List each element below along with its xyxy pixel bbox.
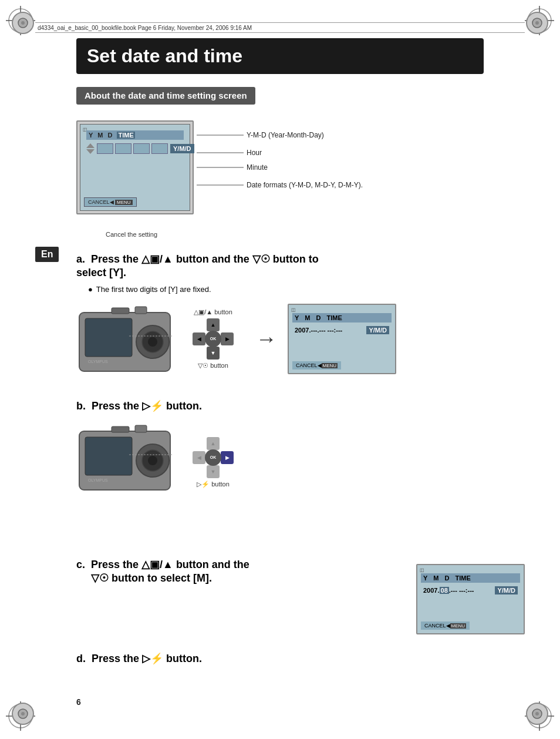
step-c-title: c. Press the △▣/▲ button and the ▽☉ butt…: [76, 558, 335, 586]
button-diagram-a: △▣/▲ button ▲ ◀ OK ▶ ▼ ▽☉ button: [193, 308, 234, 370]
svg-text:Y-M-D (Year-Month-Day): Y-M-D (Year-Month-Day): [247, 131, 324, 139]
svg-text:Hour: Hour: [247, 149, 262, 157]
svg-rect-41: [112, 308, 129, 314]
btn-right-label-b: ▷⚡ button: [197, 481, 230, 488]
step-a-note: The first two digits of [Y] are fixed.: [88, 285, 525, 294]
step-b-title: b. Press the ▷⚡ button.: [76, 399, 245, 412]
svg-text:OLYMPUS: OLYMPUS: [88, 478, 108, 482]
btn-right-b: ▶: [221, 451, 234, 464]
svg-rect-46: [85, 437, 132, 475]
button-cross-b: ▲ ◀ OK ▶ ▼: [193, 437, 234, 478]
diagram-area: ◫ YMDTIME Y/M/D CANCEL◀ MENU: [76, 109, 525, 244]
decorative-circle-tr: [525, 11, 549, 38]
result-screen-c-container: ◫ YMDTIME 2007.08.--- ---:--- Y/M/D CANC…: [416, 564, 525, 634]
step-a-illustration-row: OLYMPUS △▣/▲ button ▲ ◀ OK ▶ ▼ ▽☉ button…: [76, 301, 525, 377]
btn-up: ▲: [207, 318, 220, 331]
svg-rect-42: [135, 307, 147, 314]
page-title: Set date and time: [87, 45, 473, 67]
svg-rect-51: [135, 425, 147, 432]
svg-rect-50: [112, 426, 129, 432]
section-header-text: About the date and time setting screen: [85, 90, 247, 100]
svg-point-18: [21, 21, 25, 25]
svg-point-27: [535, 712, 539, 716]
btn-up-b: ▲: [207, 437, 220, 450]
btn-down-b: ▼: [207, 465, 220, 478]
decorative-circle-tl: [11, 11, 35, 38]
header-bar: d4334_oai_e_basic_00_bookfile.book Page …: [35, 22, 525, 33]
decorative-circle-bl: [11, 701, 35, 728]
button-cross: ▲ ◀ OK ▶ ▼: [193, 318, 234, 360]
title-block: Set date and time: [76, 38, 484, 74]
step-a: a. Press the △▣/▲ button and the ▽☉ butt…: [76, 253, 525, 377]
annotation-svg: Y-M-D (Year-Month-Day) Hour Minute Date …: [197, 120, 537, 226]
file-info: d4334_oai_e_basic_00_bookfile.book Page …: [38, 25, 252, 31]
btn-ok-b: OK: [205, 449, 221, 466]
svg-rect-37: [85, 318, 132, 357]
step-a-title: a. Press the △▣/▲ button and the ▽☉ butt…: [76, 253, 525, 280]
section-header: About the date and time setting screen: [76, 87, 255, 105]
btn-top-label: △▣/▲ button: [194, 308, 232, 316]
step-c: c. Press the △▣/▲ button and the ▽☉ butt…: [76, 558, 335, 590]
svg-text:Minute: Minute: [247, 163, 268, 172]
button-diagram-b: space ▲ ◀ OK ▶ ▼ ▷⚡ button: [193, 428, 234, 488]
svg-point-24: [21, 712, 25, 716]
btn-ok: OK: [205, 331, 221, 347]
btn-right: ▶: [221, 332, 234, 345]
btn-bottom-label: ▽☉ button: [198, 362, 228, 370]
svg-point-40: [148, 337, 157, 347]
cancel-label: Cancel the setting: [106, 231, 157, 238]
svg-point-49: [148, 456, 157, 465]
btn-down: ▼: [207, 347, 220, 360]
svg-text:OLYMPUS: OLYMPUS: [88, 360, 108, 364]
camera-illustration-a: OLYMPUS: [76, 301, 176, 377]
btn-left-b: ◀: [193, 451, 205, 464]
arrow-right-icon: →: [256, 327, 277, 351]
decorative-circle-br: [525, 701, 549, 728]
svg-text:Date formats (Y-M-D, M-D-Y, D-: Date formats (Y-M-D, M-D-Y, D-M-Y).: [247, 181, 363, 189]
language-badge: En: [35, 247, 59, 262]
step-d-title: d. Press the ▷⚡ button.: [76, 652, 202, 665]
camera-illustration-b: OLYMPUS: [76, 419, 176, 496]
settings-screen-diagram: ◫ YMDTIME Y/M/D CANCEL◀ MENU: [76, 120, 194, 214]
result-screen-a: ◫ YMDTIME 2007.---.--- ---:--- Y/M/D CAN…: [288, 304, 396, 374]
btn-left: ◀: [193, 332, 205, 345]
svg-point-21: [535, 21, 539, 25]
step-b: b. Press the ▷⚡ button. OLYMPUS space ▲ …: [76, 399, 245, 496]
result-screen-c: ◫ YMDTIME 2007.08.--- ---:--- Y/M/D CANC…: [416, 564, 525, 634]
page-number: 6: [76, 697, 81, 707]
step-b-illustration-row: OLYMPUS space ▲ ◀ OK ▶ ▼ ▷⚡ button: [76, 419, 245, 496]
step-d: d. Press the ▷⚡ button.: [76, 652, 202, 665]
